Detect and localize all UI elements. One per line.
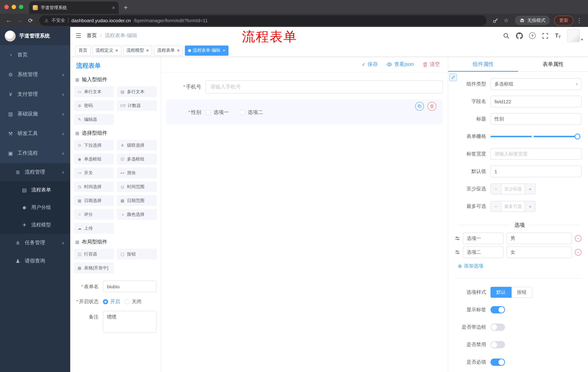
sidebar-item-infrastructure[interactable]: ▥ 基础设施 ∨ — [0, 104, 70, 124]
option-value-input[interactable]: 女 — [506, 246, 572, 258]
palette-item-switch[interactable]: ⊸开关 — [74, 167, 114, 178]
palette-item-color-picker[interactable]: ◑颜色选择 — [117, 209, 157, 220]
copy-widget-button[interactable] — [415, 102, 424, 111]
tab-form-props[interactable]: 表单属性 — [518, 57, 588, 71]
selected-widget-gender[interactable]: *性别 选项一 选项二 — [166, 99, 443, 125]
component-type-select[interactable]: 多选框组 ▾ — [491, 78, 581, 90]
border-toggle[interactable] — [491, 324, 505, 331]
status-on-radio[interactable]: 开启 — [103, 298, 120, 305]
stepper-value[interactable]: 最多可选 — [501, 201, 525, 212]
clear-button[interactable]: 清空 — [422, 61, 440, 68]
add-option-button[interactable]: ⊕ 添加选项 — [458, 263, 581, 269]
palette-item-editor[interactable]: ✎编辑器 — [74, 114, 114, 125]
stepper-decrease-button[interactable]: − — [491, 201, 501, 212]
palette-item-date-picker[interactable]: ▦日期选择 — [74, 195, 114, 206]
title-input[interactable]: 性别 — [491, 113, 581, 125]
stepper-increase-button[interactable]: + — [525, 201, 535, 212]
form-name-input[interactable]: biubiu — [103, 281, 157, 292]
new-tab-button[interactable]: + — [124, 4, 128, 12]
grid-slider[interactable] — [491, 136, 578, 137]
browser-tab[interactable]: 芋道管理系统 × — [29, 1, 119, 14]
palette-item-date-range[interactable]: ▩日期范围 — [117, 195, 157, 206]
style-default-button[interactable]: 默认 — [491, 287, 512, 298]
tag-process-definition[interactable]: 流程定义 × — [92, 45, 121, 55]
stepper-decrease-button[interactable]: − — [491, 184, 501, 194]
palette-item-table[interactable]: ▦表格[开发中] — [74, 262, 114, 273]
remove-option-button[interactable]: − — [575, 235, 581, 242]
palette-item-button[interactable]: ▢按钮 — [117, 249, 157, 260]
field-name-input[interactable]: field122 — [491, 96, 581, 107]
window-close-button[interactable] — [4, 5, 9, 9]
form-remark-textarea[interactable]: 嘿嘿 — [103, 311, 157, 333]
sidebar-item-payment[interactable]: ¥ 支付管理 ∨ — [0, 85, 70, 104]
password-key-icon[interactable] — [490, 15, 500, 25]
link-icon[interactable] — [449, 74, 457, 81]
tag-process-form-edit[interactable]: 流程表单-编辑 × — [185, 45, 229, 55]
github-icon[interactable] — [516, 32, 523, 39]
reload-button[interactable]: ⟳ — [25, 15, 36, 25]
required-toggle[interactable] — [491, 359, 505, 366]
user-avatar-menu[interactable]: ▾ — [567, 29, 583, 42]
sidebar-item-system[interactable]: ⚙ 系统管理 ∨ — [0, 65, 70, 85]
save-button[interactable]: ✓ 保存 — [361, 61, 378, 68]
option-value-input[interactable]: 男 — [506, 233, 572, 244]
palette-item-time-picker[interactable]: ◷时间选择 — [74, 181, 114, 192]
hamburger-icon[interactable]: ☰ — [70, 32, 87, 40]
window-minimize-button[interactable] — [12, 5, 16, 9]
style-button-button[interactable]: 按钮 — [512, 287, 532, 298]
view-json-button[interactable]: 查看json — [387, 61, 414, 68]
tag-process-form[interactable]: 流程表单 × — [154, 45, 183, 55]
slider-handle[interactable] — [575, 134, 580, 139]
option-label-input[interactable]: 选项二 — [463, 246, 504, 258]
gender-option2-checkbox[interactable]: 选项二 — [240, 109, 263, 116]
palette-item-time-range[interactable]: ◶时间范围 — [117, 181, 157, 192]
bookmark-star-icon[interactable]: ☆ — [501, 15, 511, 25]
disabled-toggle[interactable] — [491, 341, 505, 348]
palette-item-password[interactable]: ⊛密码 — [74, 100, 114, 111]
palette-item-upload[interactable]: ☁上传 — [74, 223, 114, 234]
window-zoom-button[interactable] — [19, 5, 23, 9]
tag-close-icon[interactable]: × — [115, 48, 118, 53]
palette-item-checkbox-group[interactable]: ☑多选框组 — [117, 154, 157, 165]
sidebar-item-process-management[interactable]: ≣ 流程管理 ∧ — [0, 163, 70, 181]
palette-item-single-text[interactable]: ▭单行文本 — [74, 86, 114, 97]
tab-component-props[interactable]: 组件属性 — [448, 57, 518, 71]
sidebar-item-home[interactable]: ◔ 首页 — [0, 45, 70, 65]
chrome-update-button[interactable]: 更新 — [554, 15, 573, 25]
help-icon[interactable]: ? — [529, 32, 536, 39]
search-icon[interactable] — [503, 32, 510, 39]
sidebar-item-devtools[interactable]: ⚒ 研发工具 ∨ — [0, 124, 70, 143]
sidebar-item-workflow[interactable]: ▣ 工作流程 ∧ — [0, 143, 70, 163]
sidebar-item-process-model[interactable]: ✈ 流程模型 — [0, 216, 70, 234]
sidebar-logo[interactable]: 芋道管理系统 — [0, 27, 70, 45]
sidebar-item-leave-query[interactable]: ♟ 请假查询 — [0, 252, 70, 270]
delete-widget-button[interactable] — [428, 102, 436, 111]
option-label-input[interactable]: 选项一 — [463, 233, 504, 244]
palette-item-rate[interactable]: ☆评分 — [74, 209, 114, 220]
drag-handle-icon[interactable] — [455, 250, 460, 255]
label-width-input[interactable]: 请输入标签宽度 — [491, 148, 581, 160]
breadcrumb-home[interactable]: 首页 — [87, 32, 97, 39]
status-off-radio[interactable]: 关闭 — [125, 298, 142, 305]
remove-option-button[interactable]: − — [575, 249, 581, 255]
show-label-toggle[interactable] — [491, 306, 505, 313]
palette-item-select[interactable]: ⊙下拉选择 — [74, 140, 114, 151]
tag-home[interactable]: 首页 — [75, 45, 91, 55]
sidebar-item-user-group[interactable]: ☻ 用户分组 — [0, 199, 70, 216]
browser-menu-icon[interactable]: ⋮ — [574, 15, 584, 25]
palette-item-row-container[interactable]: ◫行容器 — [74, 249, 114, 260]
tag-close-icon[interactable]: × — [146, 48, 149, 53]
forward-button[interactable]: → — [15, 15, 25, 25]
tag-close-icon[interactable]: × — [223, 48, 225, 53]
fullscreen-icon[interactable] — [542, 32, 549, 39]
default-value-input[interactable]: 1 — [491, 166, 581, 177]
tag-close-icon[interactable]: × — [177, 48, 179, 53]
drag-handle-icon[interactable] — [455, 236, 460, 241]
palette-item-radio-group[interactable]: ◉单选框组 — [74, 154, 114, 165]
tab-close-icon[interactable]: × — [112, 5, 115, 11]
phone-input[interactable]: 请输入手机号 — [206, 80, 443, 94]
sidebar-item-process-form[interactable]: ▤ 流程表单 — [0, 181, 70, 199]
sidebar-item-task-management[interactable]: ⋔ 任务管理 ∨ — [0, 234, 70, 252]
stepper-value[interactable]: 至少应选 — [501, 184, 525, 194]
palette-item-slider[interactable]: ⊷滑块 — [117, 167, 157, 178]
